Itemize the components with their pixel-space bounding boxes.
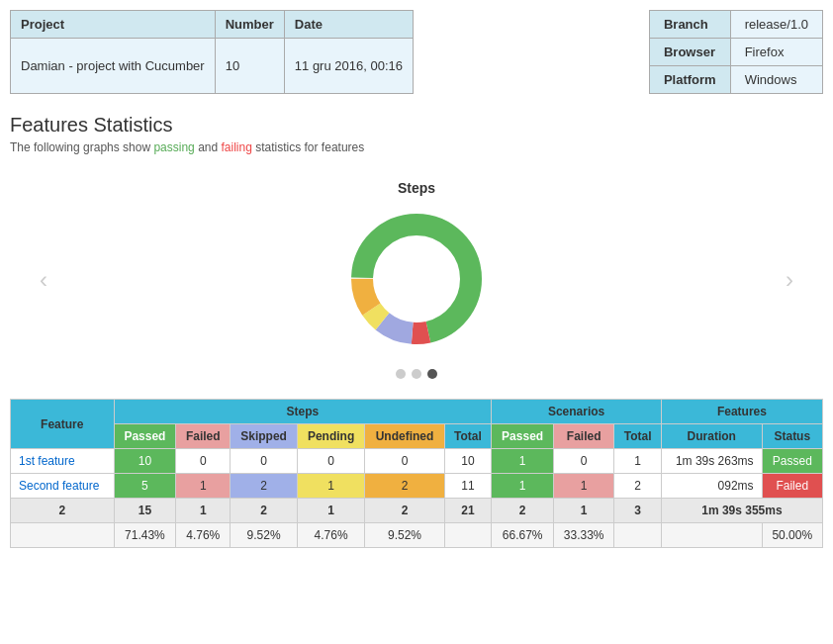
scen-passed: 1 [492,449,554,474]
info-value: Windows [730,66,822,94]
info-label: Platform [649,66,730,94]
steps-skipped: 0 [231,449,298,474]
project-table: Project Number Date Damian - project wit… [10,10,414,94]
feature-name[interactable]: 1st feature [11,449,115,474]
svg-point-6 [382,244,451,314]
chart-next[interactable]: › [786,266,793,294]
pct-scen-failed: 33.33% [554,523,614,548]
project-name: Damian - project with Cucumber [11,39,216,94]
total-scen-total: 3 [614,499,662,523]
project-number: 10 [215,39,284,94]
chart-area: Steps ‹ › [10,170,823,399]
info-label: Branch [649,11,730,39]
pct-scen-total-empty [614,523,662,548]
chart-title: Steps [398,180,435,196]
info-label: Browser [649,39,730,66]
pct-steps-pending: 4.76% [297,523,364,548]
features-subtitle: The following graphs show passing and fa… [10,140,823,154]
steps-undefined: 0 [365,449,444,474]
steps-passed-header: Passed [114,424,176,449]
scen-total-header: Total [614,424,662,449]
total-steps-total: 21 [444,499,492,523]
steps-undefined-header: Undefined [365,424,444,449]
steps-failed-header: Failed [176,424,231,449]
total-scen-passed: 2 [492,499,554,523]
scenarios-header: Scenarios [492,400,662,424]
steps-header: Steps [114,400,492,424]
pct-row: 71.43% 4.76% 9.52% 4.76% 9.52% 66.67% 33… [11,523,823,548]
total-steps-passed: 15 [114,499,176,523]
steps-skipped-header: Skipped [231,424,298,449]
pct-steps-passed: 71.43% [114,523,176,548]
steps-undefined: 2 [365,474,444,499]
info-value: release/1.0 [730,11,822,39]
project-col-header: Project [11,11,216,39]
steps-pending: 0 [297,449,364,474]
pct-steps-total-empty [444,523,492,548]
steps-passed: 10 [114,449,176,474]
number-col-header: Number [215,11,284,39]
duration-header: Duration [661,424,762,449]
pct-duration-empty [661,523,762,548]
total-steps-skipped: 2 [231,499,298,523]
steps-total: 10 [444,449,492,474]
pct-scen-passed: 66.67% [492,523,554,548]
donut-svg [337,200,496,358]
steps-passed: 5 [114,474,176,499]
pct-steps-failed: 4.76% [176,523,231,548]
steps-failed: 1 [176,474,231,499]
scen-total: 2 [614,474,662,499]
status-header: Status [762,424,822,449]
scen-failed: 0 [554,449,614,474]
total-count: 2 [11,499,115,523]
scen-passed: 1 [492,474,554,499]
duration: 092ms [661,474,762,499]
chart-prev[interactable]: ‹ [40,266,47,294]
scen-failed: 1 [554,474,614,499]
dot-3[interactable] [427,369,437,379]
feature-header: Feature [11,400,115,449]
date-col-header: Date [284,11,413,39]
features-title: Features Statistics [10,114,823,137]
steps-pending: 1 [297,474,364,499]
dot-1[interactable] [396,369,406,379]
scen-passed-header: Passed [492,424,554,449]
table-row: Second feature 5 1 2 1 2 11 1 1 2 092ms … [11,474,823,499]
stats-table: Feature Steps Scenarios Features Passed … [10,399,823,548]
info-value: Firefox [730,39,822,66]
steps-failed: 0 [176,449,231,474]
total-steps-pending: 1 [297,499,364,523]
dot-2[interactable] [412,369,421,379]
total-duration: 1m 39s 355ms [661,499,822,523]
scen-total: 1 [614,449,662,474]
info-row: PlatformWindows [649,66,822,94]
info-table: Branchrelease/1.0BrowserFirefoxPlatformW… [649,10,823,94]
feature-name[interactable]: Second feature [11,474,115,499]
total-steps-failed: 1 [176,499,231,523]
info-row: Branchrelease/1.0 [649,11,822,39]
total-row: 2 15 1 2 1 2 21 2 1 3 1m 39s 355ms [11,499,823,523]
steps-total: 11 [444,474,492,499]
features-header: Features [661,400,822,424]
features-section: Features Statistics The following graphs… [10,114,823,154]
steps-total-header: Total [444,424,492,449]
total-scen-failed: 1 [554,499,614,523]
pct-empty [11,523,115,548]
steps-skipped: 2 [231,474,298,499]
total-steps-undefined: 2 [365,499,444,523]
duration: 1m 39s 263ms [661,449,762,474]
project-date: 11 gru 2016, 00:16 [284,39,413,94]
status-badge: Passed [762,449,822,474]
table-row: 1st feature 10 0 0 0 0 10 1 0 1 1m 39s 2… [11,449,823,474]
pct-steps-skipped: 9.52% [231,523,298,548]
steps-pending-header: Pending [297,424,364,449]
donut-chart [337,200,496,379]
pct-steps-undefined: 9.52% [365,523,444,548]
chart-dots [337,369,496,379]
info-row: BrowserFirefox [649,39,822,66]
scen-failed-header: Failed [554,424,614,449]
status-badge: Failed [762,474,822,499]
pct-feat-status: 50.00% [762,523,822,548]
